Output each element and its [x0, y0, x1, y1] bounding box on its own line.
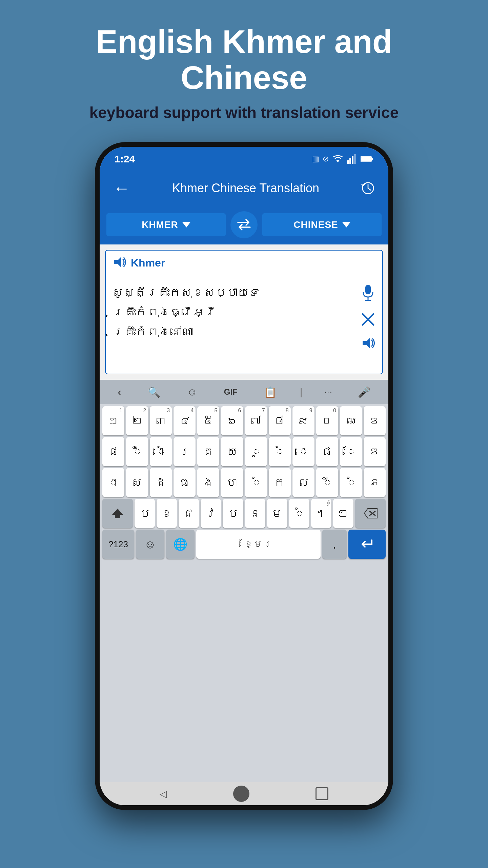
kb-key[interactable]: 5 ៥ [197, 406, 219, 435]
kb-key[interactable]: ខ [157, 499, 177, 528]
kb-key[interactable]: ួ [245, 437, 267, 466]
kb-char: ក [274, 476, 285, 489]
kb-key[interactable]: ោ [292, 437, 314, 466]
kb-key[interactable]: ំ [245, 468, 267, 497]
kb-key[interactable]: ប [135, 499, 155, 528]
kb-key[interactable]: ឌ [364, 437, 386, 466]
kb-enter-key[interactable] [348, 530, 386, 559]
kb-key[interactable]: ៗ [333, 499, 353, 528]
kb-key[interactable]: 3 ៣ [150, 406, 172, 435]
kb-key[interactable]: ំ [289, 499, 309, 528]
kb-period-key[interactable]: . [322, 530, 347, 559]
kb-key[interactable]: ល [292, 468, 314, 497]
kb-char: ំ [296, 507, 302, 520]
kb-clipboard-icon[interactable]: 📋 [261, 386, 280, 398]
kb-num: 4 [190, 408, 194, 414]
kb-num: 7 [262, 408, 265, 414]
speaker-icon [113, 256, 126, 268]
nav-home-icon[interactable] [233, 786, 249, 802]
kb-key[interactable]: ធ [174, 468, 196, 497]
kb-num123-key[interactable]: ?123 [102, 530, 134, 559]
kb-back-icon[interactable]: ‹ [114, 386, 125, 398]
mic-icon [362, 284, 374, 302]
kb-char: ៩ [298, 414, 309, 428]
kb-char: ស [131, 476, 143, 489]
tts-button[interactable] [361, 337, 375, 351]
kb-key[interactable]: ផ [102, 437, 124, 466]
kb-key[interactable]: យ [221, 437, 243, 466]
nav-back-icon[interactable]: ◁ [160, 788, 167, 800]
kb-key[interactable]: 0 ០ [316, 406, 338, 435]
kb-key[interactable]: វ [201, 499, 221, 528]
swap-button[interactable] [230, 211, 258, 238]
phone-screen: 1:24 ▥ ⊘ [100, 147, 388, 805]
kb-space-key[interactable]: ខ្មែរ [196, 530, 321, 559]
kb-key[interactable]: ᳡ ។ [311, 499, 331, 528]
kb-key[interactable]: ន [245, 499, 265, 528]
kb-key[interactable]: 4 ៤ [174, 406, 196, 435]
kb-char: ា [110, 476, 116, 489]
kb-key[interactable]: គ [197, 437, 219, 466]
kb-key[interactable]: ឍ [340, 406, 362, 435]
kb-key[interactable]: ី [316, 468, 338, 497]
kb-key[interactable]: ដ [150, 468, 172, 497]
nav-recents-icon[interactable] [316, 787, 328, 800]
kb-char: ង [203, 476, 214, 489]
kb-char: ធ [179, 476, 190, 489]
kb-char: ល [298, 476, 309, 489]
kb-key[interactable]: 2 ២ [126, 406, 148, 435]
source-text[interactable]: សូស្តីគ្រឹះកសុខសប្បាយទេ គ្រឹះកំពុងធ្វើអ្… [113, 283, 355, 366]
kb-key[interactable]: ក [269, 468, 291, 497]
translation-body: សូស្តីគ្រឹះកសុខសប្បាយទេ គ្រឹះកំពុងធ្វើអ្… [106, 275, 382, 374]
kb-more-icon[interactable]: ··· [322, 388, 334, 396]
kb-key[interactable]: ែ [340, 437, 362, 466]
target-lang-button[interactable]: CHINESE [262, 213, 382, 236]
kb-delete-key[interactable] [355, 499, 386, 528]
back-button[interactable]: ← [110, 176, 134, 200]
kb-char: ែ [348, 446, 353, 458]
kb-key[interactable]: ឌ [364, 406, 386, 435]
clear-button[interactable] [361, 312, 375, 328]
enter-icon [360, 538, 374, 550]
kb-search-icon[interactable]: 🔍 [144, 386, 164, 398]
kb-key[interactable]: ីំ [126, 437, 148, 466]
kb-key[interactable]: ំ [269, 437, 291, 466]
kb-key[interactable]: 1 ១ [102, 406, 124, 435]
kb-key[interactable]: ហ [221, 468, 243, 497]
target-lang-dropdown-icon [342, 222, 350, 228]
kb-char: ខ [161, 507, 173, 520]
kb-key[interactable]: ភ [364, 468, 386, 497]
mic-button[interactable] [362, 284, 374, 303]
source-lang-dropdown-icon [182, 222, 190, 228]
kb-key[interactable]: ំ [340, 468, 362, 497]
kb-globe-key[interactable]: 🌐 [166, 530, 195, 559]
kb-key[interactable]: 9 ៩ [292, 406, 314, 435]
kb-shift-key[interactable] [102, 499, 133, 528]
kb-key[interactable]: រ [174, 437, 196, 466]
source-lang-button[interactable]: KHMER [106, 213, 226, 236]
kb-emoji-key[interactable]: ☺ [136, 530, 164, 559]
kb-key[interactable]: 7 ៧ [245, 406, 267, 435]
kb-key[interactable]: ប [223, 499, 243, 528]
translation-header: Khmer [106, 251, 382, 275]
kb-key[interactable]: ង [197, 468, 219, 497]
speaker-button[interactable] [113, 256, 126, 270]
kb-key[interactable]: ស [126, 468, 148, 497]
kb-key[interactable]: ោំ [150, 437, 172, 466]
kb-char: ប [227, 507, 239, 520]
kb-key[interactable]: 6 ៦ [221, 406, 243, 435]
kb-key[interactable]: 8 ៨ [269, 406, 291, 435]
kb-emoji-icon[interactable]: ☺ [184, 386, 201, 398]
kb-num: 6 [238, 408, 241, 414]
kb-key[interactable]: ម [267, 499, 287, 528]
kb-key[interactable]: ា [102, 468, 124, 497]
kb-char: ដ [155, 476, 167, 489]
keyboard-toolbar: ‹ 🔍 ☺ GIF 📋 | ··· 🎤 [100, 380, 388, 404]
kb-key[interactable]: ផ [316, 437, 338, 466]
kb-key[interactable]: ជ [179, 499, 199, 528]
kb-mic-icon[interactable]: 🎤 [354, 386, 374, 398]
kb-char: ភ [369, 477, 380, 488]
history-button[interactable] [358, 178, 378, 198]
kb-gif-label[interactable]: GIF [221, 387, 241, 397]
kb-row-1: 1 ១ 2 ២ 3 ៣ 4 ៤ [102, 406, 386, 435]
